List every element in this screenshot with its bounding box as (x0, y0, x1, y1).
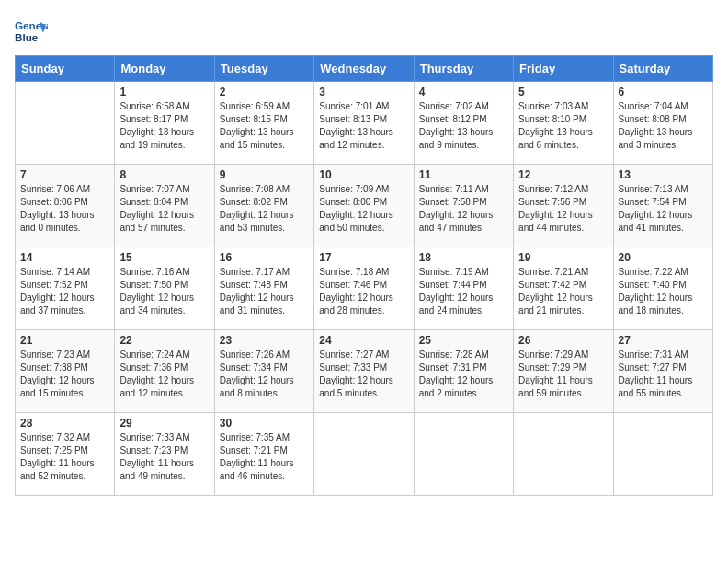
calendar-cell: 9Sunrise: 7:08 AMSunset: 8:02 PMDaylight… (214, 165, 313, 247)
calendar-cell: 11Sunrise: 7:11 AMSunset: 7:58 PMDayligh… (414, 165, 513, 247)
cell-info: Sunset: 7:46 PM (319, 279, 408, 292)
calendar-cell: 6Sunrise: 7:04 AMSunset: 8:08 PMDaylight… (613, 82, 712, 165)
calendar-cell (613, 413, 712, 496)
calendar-cell: 15Sunrise: 7:16 AMSunset: 7:50 PMDayligh… (115, 247, 214, 330)
cell-info: Daylight: 12 hours (619, 209, 708, 222)
cell-info: Sunrise: 7:23 AM (20, 349, 109, 362)
calendar-cell: 2Sunrise: 6:59 AMSunset: 8:15 PMDaylight… (214, 82, 313, 165)
cell-info: Daylight: 11 hours (20, 457, 109, 470)
cell-info: Sunset: 7:34 PM (220, 362, 309, 374)
cell-info: and 9 minutes. (419, 139, 508, 152)
day-header-saturday: Saturday (613, 56, 712, 82)
day-number: 10 (319, 168, 408, 181)
calendar-cell (314, 413, 414, 496)
calendar-cell (514, 413, 613, 496)
cell-info: and 49 minutes. (119, 470, 209, 483)
calendar-cell: 18Sunrise: 7:19 AMSunset: 7:44 PMDayligh… (414, 247, 513, 330)
cell-info: and 19 minutes. (119, 139, 209, 152)
cell-info: and 31 minutes. (220, 304, 309, 317)
cell-info: Sunset: 7:36 PM (119, 362, 209, 374)
cell-info: and 24 minutes. (419, 304, 508, 317)
day-number: 28 (20, 417, 109, 430)
page-header: General Blue (15, 15, 713, 48)
cell-info: Sunrise: 7:19 AM (419, 266, 508, 279)
calendar-cell: 30Sunrise: 7:35 AMSunset: 7:21 PMDayligh… (214, 413, 313, 496)
calendar-cell: 8Sunrise: 7:07 AMSunset: 8:04 PMDaylight… (115, 165, 214, 247)
day-header-monday: Monday (115, 56, 214, 82)
cell-info: and 50 minutes. (319, 222, 408, 235)
cell-info: Daylight: 12 hours (119, 374, 209, 387)
logo: General Blue (15, 15, 51, 48)
day-number: 22 (119, 334, 209, 347)
cell-info: Sunset: 7:44 PM (419, 279, 508, 292)
cell-info: Sunrise: 7:02 AM (419, 100, 508, 113)
cell-info: Sunset: 8:08 PM (619, 113, 708, 126)
day-number: 6 (619, 86, 708, 98)
cell-info: and 5 minutes. (319, 387, 408, 400)
cell-info: Daylight: 12 hours (20, 292, 109, 304)
day-number: 23 (220, 334, 309, 347)
calendar-cell: 1Sunrise: 6:58 AMSunset: 8:17 PMDaylight… (115, 82, 214, 165)
cell-info: and 28 minutes. (319, 304, 408, 317)
day-number: 13 (619, 168, 708, 181)
cell-info: Daylight: 11 hours (518, 374, 608, 387)
day-number: 8 (119, 168, 209, 181)
cell-info: Sunrise: 7:26 AM (220, 349, 309, 362)
calendar-cell: 5Sunrise: 7:03 AMSunset: 8:10 PMDaylight… (514, 82, 613, 165)
calendar-cell: 4Sunrise: 7:02 AMSunset: 8:12 PMDaylight… (414, 82, 513, 165)
cell-info: and 46 minutes. (220, 470, 309, 483)
calendar-header-row: SundayMondayTuesdayWednesdayThursdayFrid… (16, 56, 713, 82)
day-header-wednesday: Wednesday (314, 56, 414, 82)
day-number: 29 (119, 417, 209, 430)
cell-info: and 8 minutes. (220, 387, 309, 400)
calendar-cell: 21Sunrise: 7:23 AMSunset: 7:38 PMDayligh… (16, 330, 115, 413)
cell-info: Sunset: 8:12 PM (419, 113, 508, 126)
day-header-thursday: Thursday (414, 56, 513, 82)
cell-info: Daylight: 13 hours (20, 209, 109, 222)
cell-info: Daylight: 12 hours (319, 209, 408, 222)
calendar-week-row: 21Sunrise: 7:23 AMSunset: 7:38 PMDayligh… (16, 330, 713, 413)
calendar-week-row: 1Sunrise: 6:58 AMSunset: 8:17 PMDaylight… (16, 82, 713, 165)
cell-info: Sunset: 8:17 PM (119, 113, 209, 126)
cell-info: Sunset: 7:33 PM (319, 362, 408, 374)
cell-info: Sunrise: 7:01 AM (319, 100, 408, 113)
cell-info: Sunrise: 7:12 AM (518, 183, 608, 196)
cell-info: Sunrise: 7:32 AM (20, 431, 109, 444)
cell-info: and 47 minutes. (419, 222, 508, 235)
cell-info: Sunset: 7:58 PM (419, 196, 508, 209)
calendar-cell: 23Sunrise: 7:26 AMSunset: 7:34 PMDayligh… (214, 330, 313, 413)
cell-info: Sunrise: 7:27 AM (319, 349, 408, 362)
calendar-cell: 10Sunrise: 7:09 AMSunset: 8:00 PMDayligh… (314, 165, 414, 247)
cell-info: Sunset: 7:38 PM (20, 362, 109, 374)
cell-info: Sunset: 8:04 PM (119, 196, 209, 209)
cell-info: Sunrise: 7:06 AM (20, 183, 109, 196)
calendar-cell: 12Sunrise: 7:12 AMSunset: 7:56 PMDayligh… (514, 165, 613, 247)
cell-info: Sunset: 8:15 PM (220, 113, 309, 126)
cell-info: Sunset: 7:56 PM (518, 196, 608, 209)
calendar-cell: 24Sunrise: 7:27 AMSunset: 7:33 PMDayligh… (314, 330, 414, 413)
cell-info: Sunset: 7:50 PM (119, 279, 209, 292)
cell-info: Sunset: 8:02 PM (220, 196, 309, 209)
cell-info: and 0 minutes. (20, 222, 109, 235)
cell-info: Sunset: 7:48 PM (220, 279, 309, 292)
cell-info: Sunrise: 7:04 AM (619, 100, 708, 113)
cell-info: Sunrise: 6:59 AM (220, 100, 309, 113)
cell-info: Sunrise: 6:58 AM (119, 100, 209, 113)
calendar-cell (16, 82, 115, 165)
day-number: 15 (119, 251, 209, 264)
cell-info: and 18 minutes. (619, 304, 708, 317)
cell-info: Daylight: 12 hours (419, 209, 508, 222)
cell-info: Daylight: 13 hours (220, 126, 309, 139)
cell-info: Sunset: 7:40 PM (619, 279, 708, 292)
cell-info: Sunset: 7:25 PM (20, 444, 109, 457)
day-number: 24 (319, 334, 408, 347)
cell-info: and 52 minutes. (20, 470, 109, 483)
cell-info: Sunrise: 7:35 AM (220, 431, 309, 444)
calendar-week-row: 14Sunrise: 7:14 AMSunset: 7:52 PMDayligh… (16, 247, 713, 330)
cell-info: Sunrise: 7:16 AM (119, 266, 209, 279)
day-number: 2 (220, 86, 309, 98)
cell-info: Sunrise: 7:14 AM (20, 266, 109, 279)
cell-info: Sunset: 7:52 PM (20, 279, 109, 292)
cell-info: Daylight: 12 hours (119, 209, 209, 222)
day-number: 18 (419, 251, 508, 264)
